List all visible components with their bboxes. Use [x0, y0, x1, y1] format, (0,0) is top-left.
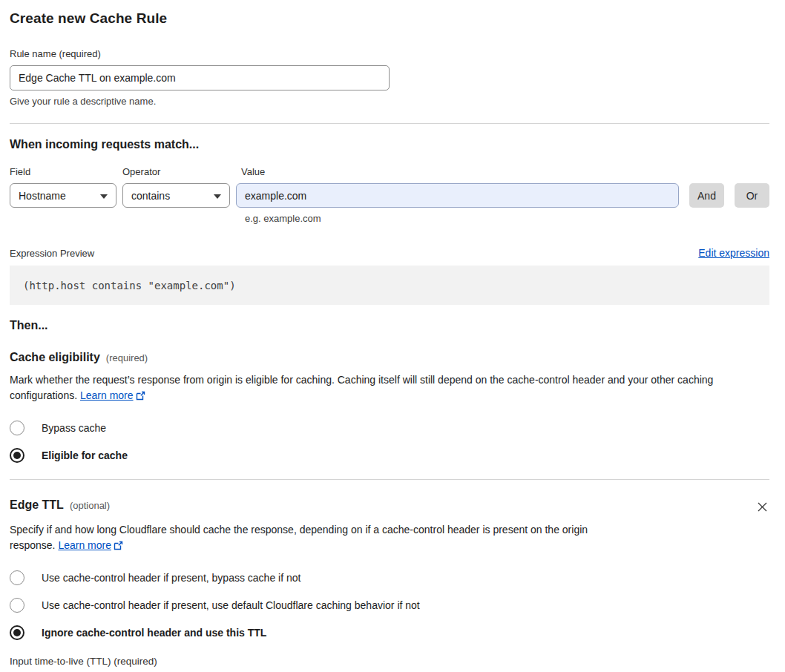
radio-label: Ignore cache-control header and use this…	[42, 627, 266, 639]
radio-label: Eligible for cache	[42, 449, 128, 461]
and-button[interactable]: And	[689, 183, 724, 208]
edge-ttl-header: Edge TTL (optional)	[10, 498, 769, 514]
field-label: Field	[10, 166, 122, 177]
rule-name-input[interactable]	[10, 65, 390, 90]
field-select-value: Hostname	[19, 190, 66, 202]
cache-eligibility-options: Bypass cache Eligible for cache	[10, 421, 769, 463]
radio-icon[interactable]	[10, 570, 24, 585]
learn-more-link[interactable]: Learn more	[80, 389, 134, 401]
match-row: Hostname contains And Or	[10, 183, 769, 208]
cache-eligibility-description: Mark whether the request’s response from…	[10, 372, 769, 405]
rule-name-label: Rule name (required)	[10, 48, 769, 59]
ttl-label: Input time-to-live (TTL) (required)	[10, 656, 769, 667]
radio-label: Use cache-control header if present, byp…	[42, 572, 300, 584]
edit-expression-link[interactable]: Edit expression	[698, 247, 769, 259]
edge-ttl-qualifier: (optional)	[70, 500, 110, 511]
cache-eligibility-title: Cache eligibility	[10, 351, 100, 364]
cache-rule-form: Create new Cache Rule Rule name (require…	[0, 0, 785, 672]
cache-eligibility-qualifier: (required)	[106, 352, 148, 363]
page-title: Create new Cache Rule	[10, 10, 769, 27]
radio-label: Use cache-control header if present, use…	[42, 599, 420, 611]
chevron-down-icon	[100, 194, 108, 199]
operator-select[interactable]: contains	[122, 183, 230, 208]
value-input[interactable]	[236, 183, 679, 208]
expression-code: (http.host contains "example.com")	[10, 266, 769, 305]
divider	[10, 479, 769, 480]
match-heading: When incoming requests match...	[10, 138, 769, 151]
rule-name-hint: Give your rule a descriptive name.	[10, 96, 769, 107]
radio-use-header-default[interactable]: Use cache-control header if present, use…	[10, 598, 769, 613]
edge-ttl-title: Edge TTL	[10, 498, 64, 512]
operator-label: Operator	[122, 166, 241, 177]
radio-label: Bypass cache	[42, 422, 106, 434]
or-button[interactable]: Or	[735, 183, 769, 208]
expression-preview-row: Expression Preview Edit expression	[10, 247, 769, 259]
radio-icon[interactable]	[10, 598, 24, 613]
value-label: Value	[241, 166, 265, 177]
learn-more-link[interactable]: Learn more	[58, 539, 111, 551]
match-labels: Field Operator Value	[10, 166, 769, 177]
edge-ttl-options: Use cache-control header if present, byp…	[10, 570, 769, 640]
radio-bypass-cache[interactable]: Bypass cache	[10, 421, 769, 435]
value-hint: e.g. example.com	[245, 213, 769, 224]
cache-eligibility-header: Cache eligibility (required)	[10, 351, 769, 364]
chevron-down-icon	[214, 194, 221, 199]
radio-icon[interactable]	[10, 448, 24, 463]
divider	[10, 123, 769, 124]
then-heading: Then...	[10, 319, 769, 332]
external-link-icon	[136, 389, 145, 405]
expression-preview-label: Expression Preview	[10, 248, 94, 259]
external-link-icon	[114, 539, 123, 555]
operator-select-value: contains	[131, 190, 170, 202]
radio-icon[interactable]	[10, 625, 24, 640]
radio-icon[interactable]	[10, 421, 24, 435]
radio-ignore-header-use-ttl[interactable]: Ignore cache-control header and use this…	[10, 625, 769, 640]
edge-ttl-description: Specify if and how long Cloudflare shoul…	[10, 522, 630, 555]
field-select[interactable]: Hostname	[10, 183, 116, 208]
radio-eligible-for-cache[interactable]: Eligible for cache	[10, 448, 769, 463]
radio-use-header-bypass[interactable]: Use cache-control header if present, byp…	[10, 570, 769, 585]
close-icon[interactable]	[755, 500, 769, 514]
